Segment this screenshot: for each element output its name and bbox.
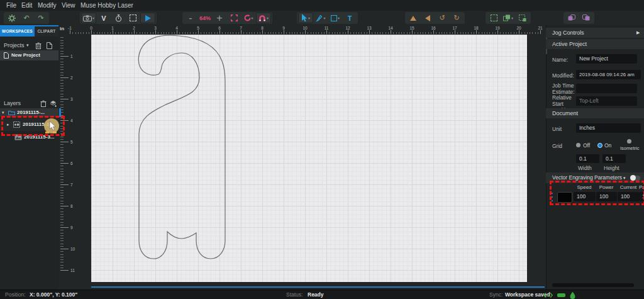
h-ruler-tick <box>348 30 348 34</box>
toolbar-group-boolean <box>564 12 594 24</box>
frame-job-button[interactable] <box>126 13 140 23</box>
chevron-down-icon: ▾ <box>338 16 340 20</box>
canvas-horizontal-scrollbar[interactable] <box>91 286 545 288</box>
tab-clipart[interactable]: CLIPART <box>35 26 58 37</box>
job-timer-button[interactable] <box>111 13 125 23</box>
status-label: Status: <box>286 290 303 299</box>
subtract-shapes-button[interactable] <box>579 13 593 23</box>
controller-status-icon <box>557 293 565 297</box>
zoom-in-button[interactable]: + <box>213 13 226 23</box>
h-ruler-number: 5 <box>193 26 203 30</box>
run-job-button[interactable] <box>140 13 155 23</box>
redo-button[interactable]: ↷ <box>34 13 48 23</box>
undo-button[interactable]: ↶ <box>19 13 33 23</box>
h-ruler-tick <box>113 30 113 34</box>
toolbar: ↶ ↷ ▾ V - 64% + ▾ <box>0 11 644 25</box>
h-ruler-minor-tick <box>487 32 487 34</box>
grid-width-input[interactable]: 0.1 <box>576 154 599 163</box>
rotate-ccw-button[interactable]: ↺ <box>435 13 449 23</box>
h-ruler-minor-tick <box>289 32 290 34</box>
pen-tool-button[interactable]: ▾ <box>314 13 328 23</box>
new-project-icon[interactable] <box>47 42 52 49</box>
right-panel-horizontal-scrollbar[interactable] <box>552 283 634 287</box>
trash-icon[interactable] <box>35 42 42 49</box>
group-objects-button[interactable] <box>516 13 530 23</box>
h-ruler-minor-tick <box>516 32 517 34</box>
undo-icon: ↶ <box>23 14 29 22</box>
v-ruler-number: 6 <box>70 161 73 166</box>
vector-engraving-toggle[interactable] <box>630 176 640 181</box>
h-ruler-minor-tick <box>102 32 103 34</box>
document-header[interactable]: Document <box>546 108 644 118</box>
layer-order-button[interactable]: ▾ <box>501 13 515 23</box>
trash-icon[interactable] <box>40 100 47 107</box>
jog-controls-header[interactable]: Jog Controls ▶ <box>546 28 644 38</box>
h-ruler-minor-tick <box>358 32 359 34</box>
h-ruler-minor-tick <box>345 32 346 34</box>
h-ruler-minor-tick <box>86 32 87 34</box>
chevron-down-icon: ▾ <box>511 16 513 20</box>
project-name-input[interactable]: New Project <box>576 54 637 64</box>
menu-view[interactable]: View <box>62 0 75 11</box>
h-ruler-tick <box>326 30 327 34</box>
rotate-circle-icon <box>244 14 251 21</box>
menu-modify[interactable]: Modify <box>38 0 56 11</box>
h-ruler-minor-tick <box>121 32 121 34</box>
text-tool-button[interactable]: T <box>343 13 357 23</box>
camera-capture-button[interactable]: ▾ <box>81 13 96 23</box>
h-ruler-minor-tick <box>350 32 351 34</box>
select-all-button[interactable] <box>487 13 501 23</box>
menu-file[interactable]: File <box>6 0 16 11</box>
grid-off-radio[interactable] <box>576 143 580 147</box>
zoom-out-button[interactable]: - <box>184 13 197 23</box>
zoom-level: 64% <box>198 13 212 23</box>
tab-workspaces[interactable]: WORKSPACES <box>0 26 35 37</box>
flip-horizontal-button[interactable] <box>421 13 435 23</box>
select-tool-button[interactable]: ▾ <box>298 13 313 23</box>
chevron-down-icon[interactable]: ▾ <box>26 40 29 50</box>
menu-edit[interactable]: Edit <box>21 0 32 11</box>
v-ruler-minor-tick <box>60 212 64 212</box>
h-ruler-minor-tick <box>337 32 338 34</box>
flip-vertical-button[interactable] <box>406 13 420 23</box>
position-label: Position: <box>5 290 26 299</box>
h-ruler-minor-tick <box>525 32 525 34</box>
v-ruler-minor-tick <box>60 107 64 108</box>
shape-tool-button[interactable]: ▾ <box>328 13 342 23</box>
rotate-view-button[interactable]: ▾ <box>242 13 255 23</box>
unit-select[interactable]: Inches <box>576 123 641 133</box>
group-selection-icon <box>519 14 526 21</box>
v-ruler-minor-tick <box>60 246 64 247</box>
project-item-new-project[interactable]: New Project <box>0 50 58 60</box>
fit-to-view-button[interactable] <box>227 13 241 23</box>
h-ruler-minor-tick <box>425 32 426 34</box>
menu-muse-hobby-laser[interactable]: Muse Hobby Laser <box>80 0 133 11</box>
grid-on-radio[interactable] <box>597 143 602 148</box>
position-value: X: 0.000", Y: 0.100" <box>30 290 77 299</box>
weld-shapes-button[interactable] <box>565 13 579 23</box>
v-ruler-minor-tick <box>60 45 64 46</box>
v-ruler-minor-tick <box>60 225 64 225</box>
add-layer-icon[interactable] <box>50 100 57 107</box>
rotate-cw-button[interactable]: ↻ <box>450 13 464 23</box>
h-ruler-minor-tick <box>187 32 188 34</box>
mouse-cursor-icon <box>49 121 56 131</box>
door-hanger-shape[interactable] <box>91 35 527 282</box>
start-position-select[interactable]: Top-Left <box>576 96 637 106</box>
v-ruler-minor-tick <box>60 217 64 217</box>
design-canvas[interactable] <box>91 35 527 282</box>
v-ruler-tick <box>60 99 69 99</box>
h-ruler-minor-tick <box>126 32 126 34</box>
grid-isometric-radio[interactable] <box>627 139 631 144</box>
settings-button[interactable] <box>5 13 19 23</box>
vector-preview-button[interactable]: V <box>97 13 111 23</box>
active-project-header[interactable]: Active Project <box>546 39 644 49</box>
grid-height-input[interactable]: 0.1 <box>602 154 626 163</box>
v-ruler-minor-tick <box>60 190 64 191</box>
expand-right-icon[interactable]: ▶ <box>636 28 640 38</box>
h-ruler-minor-tick <box>211 32 212 34</box>
h-ruler-minor-tick <box>495 32 496 34</box>
snap-button[interactable]: ▾ <box>256 13 271 23</box>
h-ruler-number: 11 <box>321 26 331 30</box>
h-ruler-minor-tick <box>396 32 397 34</box>
